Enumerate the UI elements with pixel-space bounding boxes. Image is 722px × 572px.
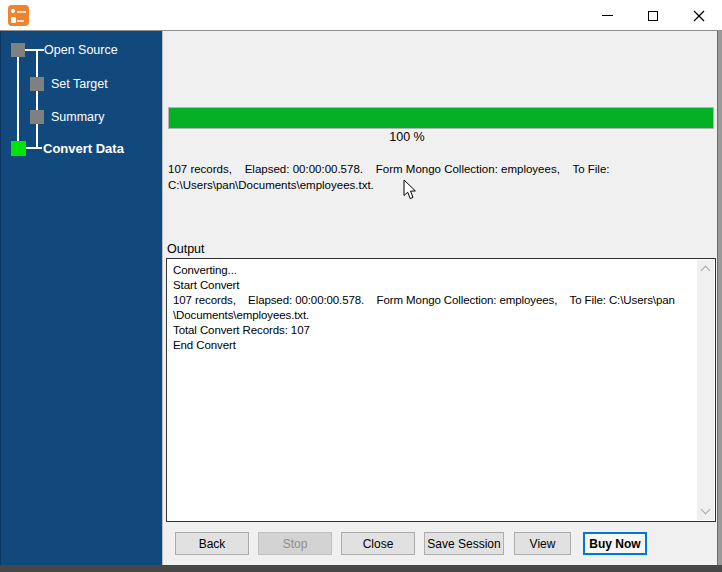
vertical-scrollbar[interactable] [697, 260, 714, 520]
sidebar-step-set-target: Set Target [51, 77, 108, 92]
close-icon [693, 10, 705, 22]
back-button[interactable]: Back [175, 532, 249, 555]
window-right-border [717, 31, 722, 565]
view-button[interactable]: View [514, 532, 571, 555]
app-icon-dot [11, 9, 15, 13]
sidebar-step-summary: Summary [51, 110, 104, 125]
stop-button: Stop [258, 532, 332, 555]
output-log-line: End Convert [173, 338, 681, 353]
convert-status-text: 107 records, Elapsed: 00:00:00.578. Form… [168, 162, 716, 193]
progress-fill [169, 108, 713, 128]
output-log: Converting... Start Convert 107 records,… [173, 263, 681, 353]
minimize-button[interactable] [584, 0, 630, 31]
scroll-down-icon[interactable] [701, 505, 711, 515]
convert-wizard-window: Open Source Set Target Summary Convert D… [0, 0, 722, 572]
app-icon-doc [11, 17, 16, 23]
titlebar[interactable] [0, 0, 722, 31]
mouse-cursor [403, 180, 417, 201]
close-button[interactable]: Close [341, 532, 415, 555]
window-bottom-border [0, 565, 722, 572]
step-marker-convert-data [11, 141, 26, 156]
scroll-up-icon[interactable] [701, 266, 711, 276]
tree-connector-line [17, 57, 19, 142]
maximize-button[interactable] [630, 0, 676, 31]
output-textarea[interactable]: Converting... Start Convert 107 records,… [166, 258, 716, 522]
close-window-button[interactable] [676, 0, 722, 31]
app-icon-line [17, 11, 26, 13]
output-log-line: 107 records, Elapsed: 00:00:00.578. Form… [173, 293, 681, 323]
progress-percent-label: 100 % [168, 130, 646, 144]
output-log-line: Start Convert [173, 278, 681, 293]
maximize-icon [648, 11, 658, 21]
save-session-button[interactable]: Save Session [424, 532, 504, 555]
output-log-line: Converting... [173, 263, 681, 278]
step-marker-open-source [11, 43, 25, 57]
step-marker-summary [30, 110, 44, 124]
tree-connector-line [26, 147, 42, 149]
step-marker-set-target [30, 77, 44, 91]
convert-progress-bar [168, 107, 714, 129]
sidebar-step-open-source: Open Source [44, 43, 118, 58]
wizard-steps-sidebar: Open Source Set Target Summary Convert D… [0, 31, 162, 565]
tree-connector-line [36, 49, 38, 148]
tree-connector-line [25, 49, 44, 51]
minimize-icon [602, 15, 613, 17]
sidebar-step-convert-data: Convert Data [43, 141, 124, 156]
app-icon [8, 5, 29, 26]
output-log-line: Total Convert Records: 107 [173, 323, 681, 338]
app-icon-line [17, 20, 24, 22]
output-section-label: Output [167, 242, 205, 256]
buy-now-button[interactable]: Buy Now [583, 532, 647, 555]
